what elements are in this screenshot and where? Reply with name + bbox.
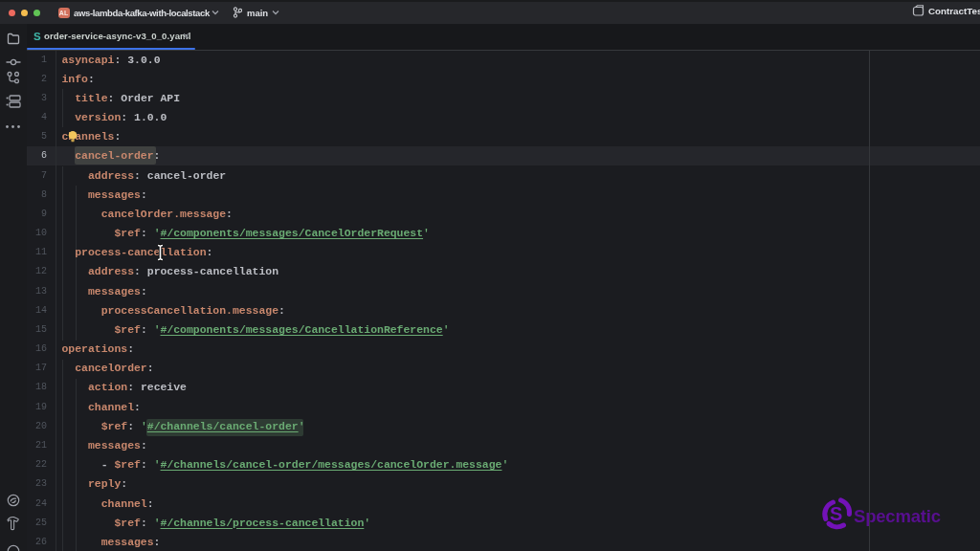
svg-text:S: S <box>830 503 842 524</box>
svg-text:Specmatic: Specmatic <box>854 506 941 526</box>
